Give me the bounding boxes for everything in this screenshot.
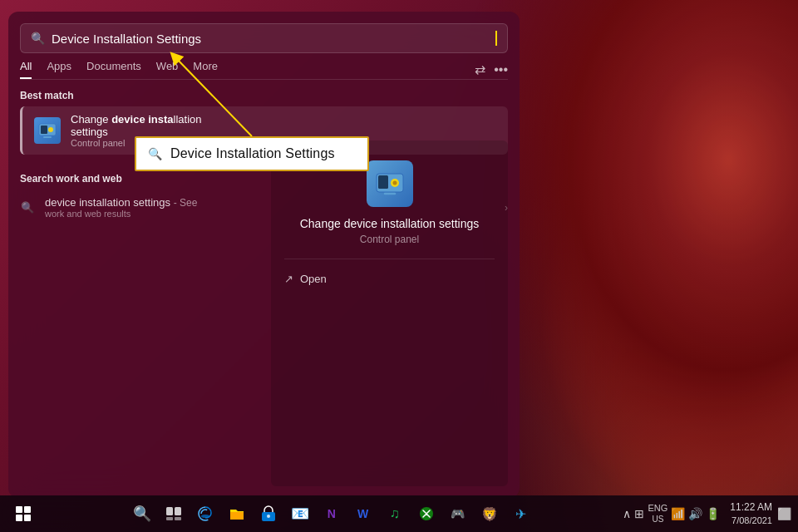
desktop: 🔍 All Apps Documents Web More ⇄ ••• Best… (0, 0, 798, 532)
taskbar-explorer-icon[interactable] (222, 499, 252, 529)
language-label: ENG (648, 503, 667, 514)
start-menu: 🔍 All Apps Documents Web More ⇄ ••• Best… (8, 12, 520, 498)
svg-rect-10 (175, 507, 181, 515)
system-tray: ∧ ⊞ ENG US 📶 🔊 🔋 11:22 AM 7/08/2021 ⬜ (623, 501, 791, 526)
best-match-title: Change device installationsettings (71, 113, 202, 138)
windows-logo (16, 506, 31, 521)
right-panel-open-action[interactable]: ↗ Open (284, 269, 495, 288)
svg-rect-11 (166, 517, 173, 520)
tray-wifi-icon[interactable]: 📶 (671, 507, 685, 520)
win-logo-sq-4 (24, 515, 31, 521)
best-match-label: Best match (8, 80, 520, 106)
tooltip-search-icon: 🔍 (148, 147, 162, 160)
taskbar-spotify-icon[interactable]: ♫ (380, 499, 410, 529)
web-search-sub: - See (174, 197, 198, 209)
right-panel-title: Change device installation settings (284, 217, 495, 230)
svg-rect-12 (175, 517, 181, 520)
taskbar-edge-icon[interactable] (190, 499, 220, 529)
tray-icons: ∧ ⊞ ENG US 📶 🔊 🔋 (623, 503, 720, 524)
tooltip-callout: 🔍 Device Installation Settings (135, 136, 369, 171)
taskbar-mail-icon[interactable]: 📧 (285, 499, 315, 529)
right-panel: Change device installation settings Cont… (271, 140, 508, 486)
search-bar[interactable]: 🔍 (20, 23, 508, 53)
tab-all[interactable]: All (20, 60, 32, 79)
date-display: 7/08/2021 (730, 515, 772, 526)
best-match-item-icon (34, 117, 61, 144)
win-logo-sq-3 (16, 515, 22, 521)
clock[interactable]: 11:22 AM 7/08/2021 (730, 501, 772, 526)
tray-network-icon[interactable]: ⊞ (634, 507, 644, 520)
tray-battery-icon[interactable]: 🔋 (706, 507, 720, 520)
tab-more[interactable]: More (193, 60, 218, 79)
right-panel-subtitle: Control panel (284, 234, 495, 245)
tab-actions: ⇄ ••• (475, 62, 508, 77)
more-options-icon[interactable]: ••• (494, 62, 508, 77)
open-action-label: Open (300, 273, 327, 285)
win-logo-sq-2 (24, 506, 31, 513)
svg-rect-9 (166, 507, 173, 515)
web-search-item-icon: 🔍 (20, 200, 35, 215)
text-cursor (495, 31, 497, 46)
open-action-icon: ↗ (284, 273, 293, 285)
taskbar-word-icon[interactable]: W (348, 499, 378, 529)
search-bar-icon: 🔍 (31, 32, 45, 45)
share-icon[interactable]: ⇄ (475, 62, 485, 77)
tooltip-text: Device Installation Settings (170, 146, 335, 161)
taskbar-telegram-icon[interactable]: ✈ (506, 499, 536, 529)
tray-lang-icon[interactable]: ENG US (648, 503, 667, 524)
notifications-icon[interactable]: ⬜ (777, 507, 791, 520)
win-logo-sq-1 (16, 506, 22, 513)
svg-point-6 (392, 181, 397, 185)
filter-tabs: All Apps Documents Web More ⇄ ••• (8, 53, 520, 79)
svg-point-2 (48, 127, 53, 132)
svg-point-13 (201, 515, 209, 518)
svg-rect-1 (41, 126, 47, 134)
start-button[interactable] (7, 497, 40, 530)
tab-web[interactable]: Web (156, 60, 179, 79)
right-panel-app-icon (367, 160, 413, 207)
time-display: 11:22 AM (730, 501, 772, 515)
lang-block[interactable]: ENG US (648, 503, 667, 524)
tab-documents[interactable]: Documents (86, 60, 141, 79)
taskbar-taskview-icon[interactable] (159, 499, 189, 529)
svg-point-15 (267, 515, 270, 518)
taskbar-xbox-icon[interactable] (411, 499, 441, 529)
search-input[interactable] (52, 32, 488, 46)
tab-apps[interactable]: Apps (47, 60, 71, 79)
taskbar: 🔍 (0, 495, 798, 532)
region-label: US (648, 515, 667, 525)
taskbar-discord-icon[interactable]: 🎮 (443, 499, 473, 529)
taskbar-store-icon[interactable] (254, 499, 283, 529)
tray-sound-icon[interactable]: 🔊 (688, 507, 702, 520)
right-panel-divider (284, 259, 495, 259)
taskbar-brave-icon[interactable]: 🦁 (475, 499, 505, 529)
tray-up-arrow[interactable]: ∧ (623, 507, 631, 520)
taskbar-onenote-icon[interactable]: N (317, 499, 347, 529)
taskbar-center: 🔍 (127, 499, 536, 529)
taskbar-search-icon[interactable]: 🔍 (127, 499, 157, 529)
svg-rect-4 (378, 175, 388, 189)
